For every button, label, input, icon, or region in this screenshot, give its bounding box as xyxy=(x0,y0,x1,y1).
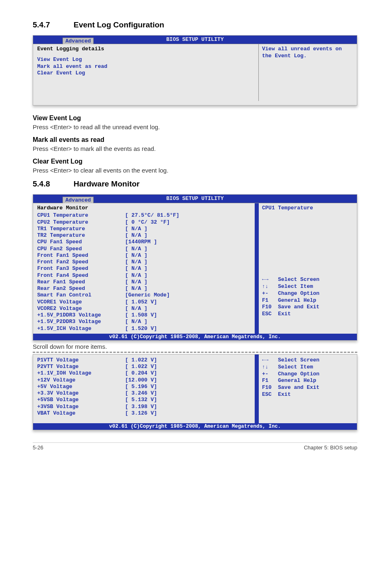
bios-screenshot-hw-monitor-cont: ▼ P1VTT Voltage[ 1.022 V]P2VTT Voltage[ … xyxy=(33,354,357,430)
subhead-clear-event-log: Clear Event Log xyxy=(33,158,357,165)
bios-left-panel: Event Logging details View Event Log Mar… xyxy=(33,44,259,101)
page-number: 5-26 xyxy=(33,444,43,451)
bios-hw-row[interactable]: Rear Fan2 Speed[ N/A ] xyxy=(37,285,253,292)
bios-hw-row[interactable]: CPU1 Temperature[ 27.5°C/ 81.5°F] xyxy=(37,212,253,219)
bios-hw-value: [ N/A ] xyxy=(125,226,148,232)
chapter-label: Chapter 5: BIOS setup xyxy=(304,444,357,451)
bios-help-text: View all unread events on the Event Log. xyxy=(262,46,354,60)
bios-hw-row[interactable]: Front Fan3 Speed[ N/A ] xyxy=(37,265,253,272)
bios-title-bar: BIOS SETUP UTILITY Advanced xyxy=(33,36,357,44)
bios-hw-value: [ N/A ] xyxy=(125,252,148,259)
bios-tab-advanced[interactable]: Advanced xyxy=(63,38,94,44)
bios-hw-row[interactable]: Rear Fan1 Speed[ N/A ] xyxy=(37,279,253,285)
bios-hw-value: [ N/A ] xyxy=(125,279,148,285)
bios-hw-label: Front Fan3 Speed xyxy=(37,265,125,272)
bios-scrollbar[interactable] xyxy=(255,203,259,334)
bios-nav-hint: ←→ Select Screen xyxy=(262,276,354,283)
bios-hw-row[interactable]: +12V Voltage[12.000 V] xyxy=(37,377,253,384)
bios-hw-row[interactable]: +5V Voltage[ 5.196 V] xyxy=(37,384,253,390)
bios-hw-value: [ N/A ] xyxy=(125,272,148,279)
section-title: Event Log Configuration xyxy=(74,20,164,29)
bios-hw-row[interactable]: VCORE1 Voltage[ 1.052 V] xyxy=(37,299,253,305)
bios-hw-label: Front Fan2 Speed xyxy=(37,259,125,265)
paratext: Press <Enter> to read all the unread eve… xyxy=(33,123,357,130)
bios-menu-item[interactable]: View Event Log xyxy=(37,56,254,63)
bios-hw-value: [ N/A ] xyxy=(125,246,148,252)
bios-hw-label: VCORE2 Voltage xyxy=(37,305,125,312)
bios-hw-row[interactable]: CPU2 Temperature[ 0 °C/ 32 °F] xyxy=(37,219,253,226)
bios-footer: v02.61 (C)Copyright 1985-2008, American … xyxy=(33,334,357,340)
bios-nav-hint: ←→ Select Screen xyxy=(262,357,354,364)
bios-hw-row[interactable]: P1VTT Voltage[ 1.022 V] xyxy=(37,357,253,364)
bios-body: Event Logging details View Event Log Mar… xyxy=(33,44,357,101)
bios-hw-row[interactable]: +1.5V_P1DDR3 Voltage[ 1.508 V] xyxy=(37,312,253,319)
bios-hw-label: CPU2 Temperature xyxy=(37,219,125,226)
bios-hw-label: VBAT Voltage xyxy=(37,410,125,417)
bios-hw-label: VCORE1 Voltage xyxy=(37,299,125,305)
bios-hw-row[interactable]: CPU Fan1 Speed[1440RPM ] xyxy=(37,239,253,245)
bios-hw-label: CPU Fan2 Speed xyxy=(37,246,125,252)
section-title: Hardware Monitor xyxy=(74,180,140,189)
bios-hw-value: [ 5.132 V] xyxy=(125,397,157,403)
bios-hw-row[interactable]: +3.3V Voltage[ 3.246 V] xyxy=(37,390,253,397)
bios-hw-label: +3VSB Voltage xyxy=(37,404,125,410)
section-number: 5.4.7 xyxy=(33,20,74,29)
bios-help-text: CPU1 Temperature xyxy=(262,205,354,212)
bios-hw-value: [ 3.246 V] xyxy=(125,390,157,397)
bios-hw-row[interactable]: +1.5V_ICH Voltage[ 1.520 V] xyxy=(37,325,253,332)
bios-nav-hint: F10 Save and Exit xyxy=(262,304,354,311)
bios-screenshot-event-log: BIOS SETUP UTILITY Advanced Event Loggin… xyxy=(33,35,357,105)
bios-left-panel: ▲ ▼ Hardware Monitor CPU1 Temperature[ 2… xyxy=(33,203,259,334)
bios-hw-value: [ 1.052 V] xyxy=(125,299,157,305)
bios-nav-hint: +- Change Option xyxy=(262,371,354,378)
bios-menu-item[interactable]: Mark all event as read xyxy=(37,63,254,70)
bios-hw-row[interactable]: TR1 Temperature[ N/A ] xyxy=(37,226,253,232)
bios-hw-label: CPU Fan1 Speed xyxy=(37,239,125,245)
bios-hw-row[interactable]: Front Fan1 Speed[ N/A ] xyxy=(37,252,253,259)
bios-hw-label: +12V Voltage xyxy=(37,377,125,384)
page-footer: 5-26 Chapter 5: BIOS setup xyxy=(33,442,357,451)
bios-hw-label: +5VSB Voltage xyxy=(37,397,125,403)
bios-hw-row[interactable]: CPU Fan2 Speed[ N/A ] xyxy=(37,246,253,252)
scroll-down-icon[interactable]: ▼ xyxy=(255,327,258,333)
bios-nav-hint: +- Change Option xyxy=(262,290,354,297)
bios-hw-value: [ N/A ] xyxy=(125,305,148,312)
bios-panel-header: Event Logging details xyxy=(37,46,254,52)
bios-nav-hint: ↑↓ Select Item xyxy=(262,283,354,290)
bios-help-panel: ←→ Select Screen↑↓ Select Item+- Change … xyxy=(259,355,357,423)
bios-nav-hint: ESC Exit xyxy=(262,391,354,398)
bios-hw-row[interactable]: +1.1V_IOH Voltage[ 0.204 V] xyxy=(37,370,253,377)
section-547-heading: 5.4.7 Event Log Configuration xyxy=(33,20,357,29)
bios-hw-value: [ N/A ] xyxy=(125,265,148,272)
bios-hw-value: [1440RPM ] xyxy=(125,239,157,245)
bios-hw-row[interactable]: +5VSB Voltage[ 5.132 V] xyxy=(37,397,253,403)
bios-hw-row[interactable]: TR2 Temperature[ N/A ] xyxy=(37,232,253,239)
bios-hw-value: [ N/A ] xyxy=(125,285,148,292)
bios-hw-row[interactable]: VCORE2 Voltage[ N/A ] xyxy=(37,305,253,312)
bios-screenshot-hw-monitor: BIOS SETUP UTILITY Advanced ▲ ▼ Hardware… xyxy=(33,194,357,341)
bios-scrollbar[interactable] xyxy=(255,355,259,423)
bios-panel-header: Hardware Monitor xyxy=(37,205,253,211)
scroll-up-icon[interactable]: ▲ xyxy=(255,204,258,210)
bios-hw-value: [ 3.198 V] xyxy=(125,404,157,410)
bios-nav-hint: ↑↓ Select Item xyxy=(262,364,354,371)
bios-hw-row[interactable]: +1.5V_P2DDR3 Voltage[ N/A ] xyxy=(37,319,253,325)
bios-nav-hint: ESC Exit xyxy=(262,311,354,318)
bios-hw-label: Smart Fan Control xyxy=(37,292,125,298)
bios-hw-value: [ N/A ] xyxy=(125,259,148,265)
bios-menu-item[interactable]: Clear Event Log xyxy=(37,70,254,76)
bios-hw-row[interactable]: P2VTT Voltage[ 1.022 V] xyxy=(37,364,253,370)
bios-hw-row[interactable]: VBAT Voltage[ 3.126 V] xyxy=(37,410,253,417)
bios-body: ▼ P1VTT Voltage[ 1.022 V]P2VTT Voltage[ … xyxy=(33,355,357,423)
bios-hw-label: +1.5V_P1DDR3 Voltage xyxy=(37,312,125,319)
bios-hw-label: P1VTT Voltage xyxy=(37,357,125,364)
bios-hw-row[interactable]: Smart Fan Control[Generic Mode] xyxy=(37,292,253,298)
bios-hw-row[interactable]: Front Fan2 Speed[ N/A ] xyxy=(37,259,253,265)
bios-tab-advanced[interactable]: Advanced xyxy=(63,197,94,203)
scroll-note: Scroll down for more items. xyxy=(33,343,357,350)
bios-hw-row[interactable]: +3VSB Voltage[ 3.198 V] xyxy=(37,404,253,410)
bios-title-bar: BIOS SETUP UTILITY Advanced xyxy=(33,195,357,203)
bios-hw-row[interactable]: Front Fan4 Speed[ N/A ] xyxy=(37,272,253,279)
bios-hw-label: +1.5V_ICH Voltage xyxy=(37,325,125,332)
scroll-down-icon[interactable]: ▼ xyxy=(255,417,258,422)
